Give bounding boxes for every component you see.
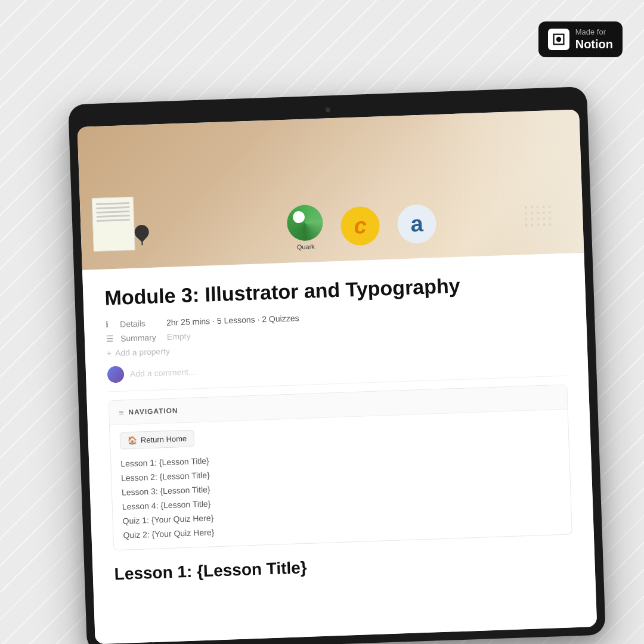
svg-point-21 [549, 223, 552, 225]
logo-a: a [397, 204, 436, 244]
notebook-lines [92, 197, 134, 229]
nav-lesson-list: Lesson 1: {Lesson Title}Lesson 2: {Lesso… [120, 441, 562, 543]
svg-point-14 [537, 218, 539, 220]
svg-point-10 [543, 212, 545, 214]
notebook-line [97, 215, 130, 218]
svg-point-8 [531, 212, 533, 214]
comment-row[interactable]: Add a comment... [107, 350, 567, 392]
tablet-screen: Quark c a [78, 110, 597, 644]
svg-point-16 [549, 217, 551, 219]
tablet-camera [326, 107, 330, 112]
svg-point-2 [525, 206, 527, 209]
svg-point-13 [531, 218, 533, 220]
plus-icon: + [107, 348, 112, 358]
svg-point-17 [525, 224, 528, 227]
tablet-outer: Quark c a [68, 86, 606, 644]
svg-point-9 [537, 212, 539, 214]
quark-label: Quark [297, 243, 315, 250]
nav-menu-icon: ≡ [119, 407, 124, 417]
svg-point-20 [543, 224, 546, 226]
navigation-block: ≡ NAVIGATION 🏠 Return Home Lesson 1: {Le… [109, 384, 572, 550]
svg-point-18 [531, 224, 534, 226]
page-title: Module 3: Illustrator and Typography [104, 270, 564, 311]
made-for-label: Made for [575, 27, 613, 37]
svg-point-15 [543, 218, 545, 220]
summary-value: Empty [167, 331, 191, 341]
quark-inner [293, 211, 305, 224]
notebook-line [96, 206, 129, 209]
comment-placeholder: Add a comment... [130, 367, 196, 379]
nav-header-title: NAVIGATION [128, 406, 178, 416]
notion-badge-text: Made for Notion [575, 27, 613, 51]
info-icon: ℹ [106, 320, 116, 330]
add-property-label: Add a property [115, 346, 170, 358]
svg-point-1 [556, 37, 561, 42]
svg-point-12 [525, 218, 527, 221]
svg-point-11 [549, 211, 551, 213]
hero-pin [134, 225, 149, 244]
hero-notebook [92, 197, 135, 252]
svg-point-4 [537, 206, 539, 208]
svg-point-19 [537, 224, 540, 226]
svg-point-6 [549, 205, 551, 208]
details-label: Details [120, 318, 162, 329]
properties-section: ℹ Details 2hr 25 mins · 5 Lessons · 2 Qu… [106, 304, 566, 358]
notion-word-label: Notion [575, 37, 613, 51]
summary-label: Summary [120, 332, 163, 343]
notebook-line [96, 202, 129, 205]
pin-head [132, 222, 152, 242]
return-home-label: Return Home [141, 434, 187, 445]
duration-value: 2hr 25 mins · 5 Lessons · 2 Quizzes [166, 313, 299, 327]
hero-image: Quark c a [78, 110, 584, 270]
nav-content: 🏠 Return Home Lesson 1: {Lesson Title}Le… [110, 409, 572, 550]
svg-point-7 [525, 212, 527, 215]
summary-icon: ☰ [106, 334, 116, 344]
notion-icon [548, 29, 569, 50]
hero-logos: Quark c a [286, 200, 437, 251]
content-area: Module 3: Illustrator and Typography ℹ D… [82, 252, 597, 644]
return-home-button[interactable]: 🏠 Return Home [119, 429, 194, 449]
svg-point-5 [543, 206, 545, 208]
hero-grid-dots [523, 203, 572, 243]
bottom-lesson-title: Lesson 1: {Lesson Title} [114, 543, 574, 584]
svg-point-3 [531, 206, 533, 208]
comment-avatar [107, 366, 125, 383]
notion-badge: Made for Notion [538, 21, 623, 57]
notebook-line [97, 219, 130, 222]
logo-c: c [340, 206, 380, 246]
home-icon: 🏠 [128, 436, 138, 445]
tablet-wrapper: Quark c a [68, 86, 606, 644]
quark-circle [286, 205, 323, 242]
notebook-line [97, 210, 130, 213]
quark-logo: Quark [286, 205, 324, 251]
